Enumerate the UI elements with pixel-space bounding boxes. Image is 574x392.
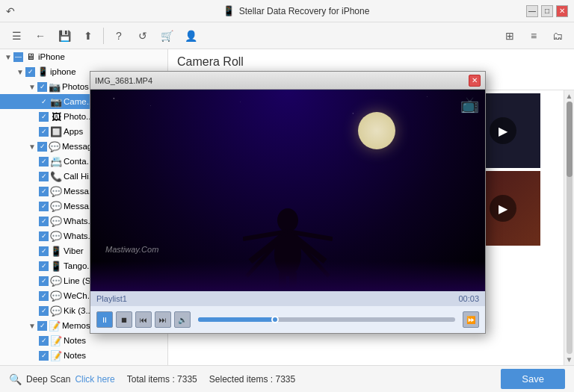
messages1-icon: 💬 [50, 185, 62, 197]
help-button[interactable]: ? [108, 25, 129, 46]
title-icon: 📱 [223, 5, 235, 16]
scroll-down-btn[interactable]: ▼ [566, 355, 573, 364]
progress-bar[interactable] [198, 317, 455, 322]
tree-checkbox-wechat[interactable]: ✓ [39, 291, 49, 301]
save-button[interactable]: Save [501, 369, 565, 389]
scroll-up-btn[interactable]: ▲ [566, 92, 573, 100]
svg-point-1 [277, 208, 298, 232]
content-scrollbar[interactable]: ▲ ▼ [564, 90, 574, 365]
progress-thumb[interactable] [271, 316, 279, 323]
share-button[interactable]: ⬆ [78, 25, 99, 46]
sidebar-label-photo-library: Photo... [64, 112, 93, 121]
video-player-area: ✦ • • ✦ • [90, 90, 485, 291]
computer-icon: 🖥 [25, 51, 37, 63]
tree-checkbox-msg2[interactable]: ✓ [39, 202, 49, 211]
tree-checkbox-photos[interactable]: ✓ [37, 82, 47, 92]
back-arrow-icon: ↶ [6, 5, 15, 17]
photo-library-icon: 🖼 [50, 111, 62, 122]
deep-scan-icon: 🔍 [9, 373, 22, 385]
fullscreen-icon[interactable]: 📺 [460, 96, 479, 113]
tree-checkbox-wa2[interactable]: ✓ [39, 231, 49, 241]
maximize-button[interactable]: □ [541, 5, 553, 17]
pause-button[interactable]: ⏸ [96, 311, 113, 328]
play-button[interactable]: ▶ [490, 195, 516, 222]
menu-button[interactable]: ☰ [6, 25, 27, 46]
tree-toggle-root: ▼ [3, 53, 13, 61]
video-watermark: Mastiway.Com [105, 245, 158, 254]
next-button[interactable]: ⏭ [155, 311, 171, 328]
ground-glow [90, 261, 485, 291]
viber-icon: 📱 [50, 245, 62, 257]
tango-icon: 📱 [50, 260, 62, 272]
stop-button[interactable]: ⏹ [116, 311, 132, 328]
sidebar-item-iphone-root[interactable]: ▼ — 🖥 iPhone [0, 49, 167, 64]
sidebar-label-kik: Kik (3... [64, 306, 93, 315]
save-file-button[interactable]: 💾 [54, 25, 75, 46]
sidebar-label-iphone-root: iPhone [38, 52, 65, 61]
content-title: Camera Roll [177, 55, 565, 69]
camera-roll-icon: 📷 [50, 96, 62, 108]
sidebar-item-notes2[interactable]: ✓ 📝 Notes [0, 348, 167, 363]
fast-forward-button[interactable]: ⏩ [463, 311, 479, 328]
progress-fill [198, 317, 275, 322]
sidebar-label-apps: Apps [64, 127, 83, 136]
sidebar-item-notes1[interactable]: ✓ 📝 Notes [0, 333, 167, 348]
window-controls[interactable]: — □ ✕ [526, 5, 568, 17]
cart-button[interactable]: 🛒 [156, 25, 177, 46]
sidebar-label-notes1: Notes [64, 336, 86, 345]
tree-checkbox-camera[interactable]: ✓ [39, 97, 49, 107]
detail-view-button[interactable]: 🗂 [547, 25, 568, 46]
contacts-icon: 📇 [50, 155, 62, 167]
notes2-icon: 📝 [50, 349, 62, 361]
tree-toggle-iphone: ▼ [15, 68, 25, 76]
notes1-icon: 📝 [50, 335, 62, 346]
tree-toggle-photos: ▼ [27, 83, 37, 91]
tree-checkbox-apps[interactable]: ✓ [39, 127, 49, 137]
apps-icon: 🔲 [50, 125, 62, 137]
list-view-button[interactable]: ≡ [523, 25, 544, 46]
deep-scan-label: Deep Scan [26, 374, 70, 385]
sidebar-item-calendar[interactable]: ✓ 📅 Calen... [0, 363, 167, 365]
close-button[interactable]: ✕ [556, 5, 568, 17]
view-controls: ⊞ ≡ 🗂 [499, 25, 568, 46]
back-button[interactable]: ← [30, 25, 51, 46]
user-button[interactable]: 👤 [180, 25, 201, 46]
tree-checkbox-msg1[interactable]: ✓ [39, 187, 49, 196]
star: ✦ [113, 97, 115, 100]
tree-checkbox-contacts[interactable]: ✓ [39, 157, 49, 167]
prev-button[interactable]: ⏮ [135, 311, 152, 328]
tree-checkbox-viber[interactable]: ✓ [39, 246, 49, 256]
tree-checkbox-notes2[interactable]: ✓ [39, 351, 49, 361]
play-button[interactable]: ▶ [490, 117, 516, 144]
total-items-label: Total items : 7335 [127, 374, 197, 385]
tree-checkbox-photo-lib[interactable]: ✓ [39, 112, 49, 122]
tree-checkbox-root[interactable]: — [13, 52, 23, 62]
tree-checkbox-iphone[interactable]: ✓ [25, 67, 35, 77]
tree-toggle-memos: ▼ [27, 322, 37, 330]
tree-checkbox-notes1[interactable]: ✓ [39, 336, 49, 346]
callhi-icon: 📞 [50, 170, 62, 182]
tree-checkbox-kik[interactable]: ✓ [39, 306, 49, 316]
tree-checkbox-callhi[interactable]: ✓ [39, 172, 49, 181]
messages-group-icon: 💬 [49, 140, 61, 152]
grid-view-button[interactable]: ⊞ [499, 25, 520, 46]
scan-section: 🔍 Deep Scan Click here [9, 373, 115, 385]
volume-button[interactable]: 🔊 [174, 311, 191, 328]
minimize-button[interactable]: — [526, 5, 538, 17]
video-modal[interactable]: IMG_3681.MP4 ✕ ✦ • • ✦ • [90, 71, 486, 334]
modal-close-button[interactable]: ✕ [469, 75, 481, 87]
tree-checkbox-memos-group[interactable]: ✓ [37, 321, 47, 331]
scroll-thumb[interactable] [567, 102, 573, 177]
tree-checkbox-wa1[interactable]: ✓ [39, 217, 49, 226]
click-here-link[interactable]: Click here [75, 374, 114, 385]
star: • [240, 101, 241, 102]
tree-checkbox-tango[interactable]: ✓ [39, 261, 49, 271]
tree-checkbox-line[interactable]: ✓ [39, 276, 49, 286]
tree-checkbox-msgs[interactable]: ✓ [37, 142, 47, 152]
sidebar-label-iphone: iphone [50, 67, 76, 76]
refresh-button[interactable]: ↺ [132, 25, 153, 46]
kik-icon: 💬 [50, 305, 62, 317]
star: ✦ [352, 112, 354, 115]
playlist-label: Playlist1 [96, 294, 127, 303]
sidebar-label-viber: Viber [64, 246, 84, 255]
